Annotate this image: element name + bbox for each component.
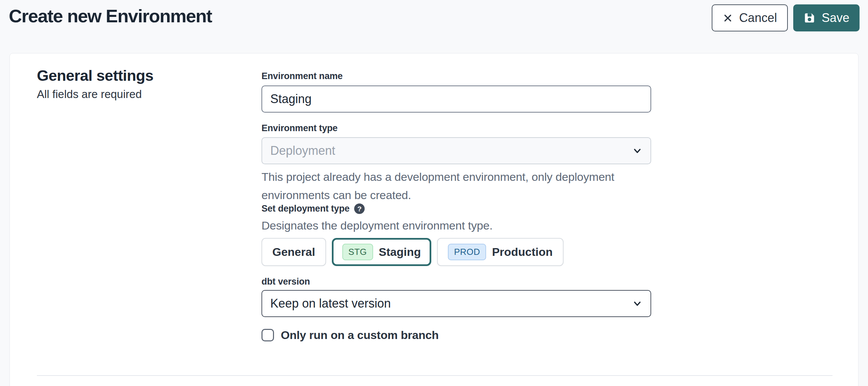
deployment-type-label: Set deployment type — [261, 203, 349, 214]
general-settings-card: General settings All fields are required… — [9, 53, 859, 386]
save-button[interactable]: Save — [793, 4, 860, 31]
custom-branch-checkbox[interactable] — [261, 329, 274, 341]
environment-type-select: Deployment — [261, 137, 651, 164]
environment-name-input[interactable] — [261, 86, 651, 113]
deployment-type-option-label: Production — [492, 245, 552, 259]
deployment-type-option-label: Staging — [379, 245, 421, 259]
section-subheading: All fields are required — [37, 88, 142, 101]
save-icon — [803, 12, 816, 24]
header-actions: Cancel Save — [712, 4, 860, 31]
environment-type-value: Deployment — [270, 144, 335, 158]
help-icon[interactable]: ? — [354, 203, 365, 214]
deployment-type-option-label: General — [272, 245, 315, 259]
section-heading: General settings — [37, 67, 154, 85]
dbt-version-select[interactable]: Keep on latest version — [261, 290, 651, 317]
save-button-label: Save — [822, 11, 849, 25]
dbt-version-label: dbt version — [261, 276, 310, 287]
deployment-type-label-row: Set deployment type ? — [261, 203, 365, 214]
section-divider — [37, 375, 832, 376]
chevron-down-icon — [632, 298, 642, 309]
deployment-type-option-production[interactable]: PROD Production — [437, 238, 564, 266]
cancel-button-label: Cancel — [739, 11, 777, 25]
custom-branch-row[interactable]: Only run on a custom branch — [261, 329, 439, 342]
environment-type-label: Environment type — [261, 123, 338, 134]
prod-badge: PROD — [448, 244, 486, 260]
page-title: Create new Environment — [9, 5, 212, 26]
environment-type-help-text: This project already has a development e… — [261, 168, 656, 204]
stg-badge: STG — [342, 244, 373, 260]
create-environment-page: Create new Environment Cancel Save Gener… — [0, 0, 868, 386]
deployment-type-options: General STG Staging PROD Production — [261, 238, 564, 266]
custom-branch-label: Only run on a custom branch — [281, 329, 439, 342]
deployment-type-option-staging[interactable]: STG Staging — [332, 238, 432, 266]
cancel-button[interactable]: Cancel — [712, 4, 788, 31]
dbt-version-value: Keep on latest version — [270, 296, 391, 311]
environment-name-label: Environment name — [261, 71, 343, 81]
deployment-type-option-general[interactable]: General — [261, 238, 326, 266]
chevron-down-icon — [632, 146, 642, 156]
deployment-type-description: Designates the deployment environment ty… — [261, 219, 493, 232]
close-icon — [723, 13, 733, 23]
